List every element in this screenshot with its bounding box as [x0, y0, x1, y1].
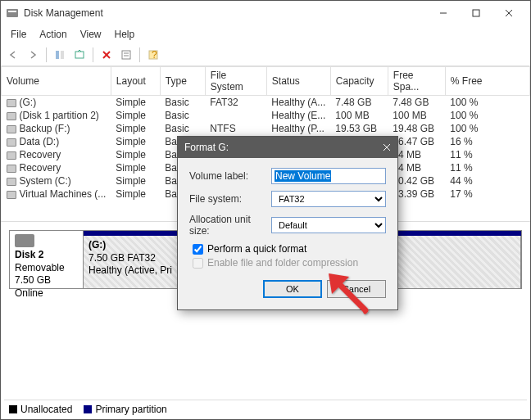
col-layout[interactable]: Layout: [111, 67, 160, 96]
disk-info: Disk 2 Removable 7.50 GB Online: [10, 231, 84, 288]
table-row[interactable]: (Disk 1 partition 2)SimpleBasicHealthy (…: [2, 109, 530, 122]
col-free[interactable]: Free Spa...: [388, 67, 445, 96]
svg-rect-3: [473, 10, 479, 16]
allocation-select[interactable]: Default: [271, 217, 386, 233]
cancel-button[interactable]: Cancel: [327, 280, 386, 298]
menu-file[interactable]: File: [4, 27, 33, 42]
dialog-close-button[interactable]: [383, 143, 391, 151]
menubar: File Action View Help: [1, 25, 530, 43]
filesystem-label: File system:: [189, 193, 271, 205]
svg-rect-1: [8, 11, 16, 12]
disk-size: 7.50 GB: [15, 274, 51, 286]
allocation-label: Allocation unit size:: [189, 214, 271, 237]
table-row[interactable]: Backup (F:)SimpleBasicNTFSHealthy (P...1…: [2, 122, 530, 135]
quick-format-checkbox[interactable]: Perform a quick format: [193, 243, 386, 255]
legend-primary: Primary partition: [95, 404, 166, 415]
dialog-title: Format G:: [184, 142, 229, 153]
minimize-button[interactable]: [427, 1, 460, 25]
disk-state: Online: [15, 287, 43, 299]
titlebar: Disk Management: [1, 1, 530, 25]
part-status: Healthy (Active, Pri: [88, 264, 172, 276]
filesystem-select[interactable]: FAT32: [271, 191, 386, 207]
help-button[interactable]: ?: [144, 46, 162, 64]
close-button[interactable]: [492, 1, 525, 25]
back-button[interactable]: [4, 46, 22, 64]
properties-button[interactable]: [117, 46, 135, 64]
tool-1[interactable]: [51, 46, 69, 64]
format-dialog: Format G: Volume label: New Volume File …: [177, 136, 398, 310]
ok-button[interactable]: OK: [263, 280, 322, 298]
window-title: Disk Management: [24, 7, 427, 19]
menu-help[interactable]: Help: [108, 27, 142, 42]
svg-rect-8: [75, 52, 84, 58]
forward-button[interactable]: [24, 46, 42, 64]
toolbar: ?: [1, 43, 530, 66]
part-label: (G:): [88, 239, 106, 251]
col-fs[interactable]: File System: [205, 67, 266, 96]
svg-rect-11: [122, 51, 130, 59]
part-size: 7.50 GB FAT32: [88, 252, 156, 264]
volume-label-input[interactable]: New Volume: [271, 168, 386, 184]
svg-rect-7: [61, 51, 64, 59]
svg-rect-6: [56, 51, 59, 59]
refresh-button[interactable]: [70, 46, 88, 64]
col-volume[interactable]: Volume: [2, 67, 111, 96]
delete-button[interactable]: [98, 46, 116, 64]
svg-rect-0: [7, 9, 18, 17]
maximize-button[interactable]: [460, 1, 492, 25]
col-pct[interactable]: % Free: [445, 67, 529, 96]
table-row[interactable]: (G:)SimpleBasicFAT32Healthy (A...7.48 GB…: [2, 96, 530, 110]
col-type[interactable]: Type: [160, 67, 205, 96]
app-icon: [6, 7, 19, 20]
disk-icon: [15, 234, 34, 247]
compression-checkbox: Enable file and folder compression: [193, 257, 386, 269]
menu-view[interactable]: View: [74, 27, 108, 42]
col-status[interactable]: Status: [266, 67, 330, 96]
disk-name: Disk 2: [15, 249, 43, 260]
volume-label-label: Volume label:: [189, 170, 271, 182]
svg-text:?: ?: [152, 49, 157, 61]
disk-kind: Removable: [15, 262, 65, 273]
col-capacity[interactable]: Capacity: [330, 67, 388, 96]
legend: Unallocated Primary partition: [4, 400, 527, 418]
menu-action[interactable]: Action: [33, 27, 73, 42]
legend-unallocated: Unallocated: [20, 404, 72, 415]
